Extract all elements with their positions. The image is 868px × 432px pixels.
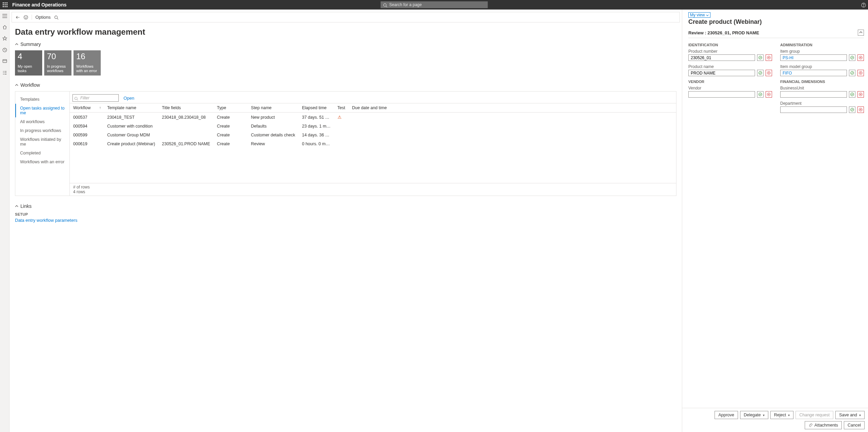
home-icon[interactable]: [2, 24, 7, 30]
reject-field-button[interactable]: [766, 54, 772, 61]
view-dropdown[interactable]: My view: [688, 12, 710, 18]
business-unit-input[interactable]: [780, 91, 847, 98]
business-unit-label: BusinessUnit: [780, 86, 864, 90]
vendor-input[interactable]: [688, 91, 755, 98]
col-workflow[interactable]: Workflow: [70, 103, 104, 113]
approve-field-button[interactable]: [849, 54, 855, 61]
reject-button[interactable]: Reject▾: [770, 411, 793, 419]
chevron-down-icon: ▾: [763, 413, 765, 417]
reject-field-button[interactable]: [857, 54, 864, 61]
col-elapsed[interactable]: Elapsed time: [298, 103, 334, 113]
search-input[interactable]: [380, 1, 488, 8]
reject-field-button[interactable]: [857, 106, 864, 113]
reject-field-button[interactable]: [766, 70, 772, 76]
svg-rect-4: [5, 4, 6, 5]
svg-line-31: [77, 99, 78, 100]
col-template[interactable]: Template name: [104, 103, 159, 113]
field-vendor: Vendor: [688, 86, 772, 98]
search-container: [380, 1, 488, 8]
hamburger-icon[interactable]: [2, 13, 7, 18]
col-title[interactable]: Title fields: [159, 103, 214, 113]
reject-field-button[interactable]: [857, 70, 864, 76]
wfnav-initiated[interactable]: Workflows initiated by me: [15, 135, 69, 149]
main-area: Options Data entry workflow management S…: [10, 10, 682, 432]
approve-field-button[interactable]: [757, 70, 764, 76]
detail-panel: My view Create product (Webinar) Review …: [682, 10, 868, 432]
summary-header[interactable]: Summary: [15, 41, 676, 47]
cell-due: [349, 139, 676, 148]
department-input[interactable]: [780, 106, 847, 113]
wfnav-error[interactable]: Workflows with an error: [15, 157, 69, 166]
card-count: 16: [76, 52, 98, 61]
approve-field-button[interactable]: [849, 70, 855, 76]
cell-step: New product: [248, 113, 299, 122]
wfnav-open-tasks[interactable]: Open tasks assigned to me: [15, 104, 69, 117]
link-item-parameters[interactable]: Data entry workflow parameters: [15, 218, 676, 223]
item-model-group-input[interactable]: [780, 70, 847, 76]
col-type[interactable]: Type: [214, 103, 248, 113]
card-my-open-tasks[interactable]: 4 My open tasks: [15, 50, 42, 76]
star-icon[interactable]: [2, 36, 7, 41]
cell-title: 230526_01.PROD NAME: [159, 139, 214, 148]
save-and-button[interactable]: Save and▾: [835, 411, 865, 419]
smile-icon[interactable]: [23, 15, 28, 20]
view-label: My view: [690, 13, 705, 17]
cancel-button[interactable]: Cancel: [844, 421, 865, 429]
options-link[interactable]: Options: [35, 15, 51, 20]
modules-icon[interactable]: [2, 70, 7, 75]
table-row[interactable]: 000619 Create product (Webinar) 230526_0…: [70, 139, 676, 148]
field-department: Department: [780, 101, 864, 113]
col-due[interactable]: Due date and time: [349, 103, 676, 113]
workflow-grid: Workflow Template name Title fields Type…: [70, 103, 676, 183]
help-icon[interactable]: [861, 2, 866, 7]
wfnav-completed[interactable]: Completed: [15, 149, 69, 157]
left-nav-rail: [0, 10, 10, 432]
cell-step: Review: [248, 139, 299, 148]
back-icon[interactable]: [15, 15, 20, 20]
financial-label: FINANCIAL DIMENSIONS: [780, 80, 864, 84]
workspace-icon[interactable]: [2, 59, 7, 64]
approve-button[interactable]: Approve: [715, 411, 738, 419]
links-header[interactable]: Links: [15, 203, 676, 209]
table-row[interactable]: 000537 230418_TEST 230418_08.230418_08 C…: [70, 113, 676, 122]
approve-field-button[interactable]: [849, 106, 855, 113]
wfnav-in-progress[interactable]: In progress workflows: [15, 126, 69, 135]
field-business-unit: BusinessUnit: [780, 86, 864, 98]
approve-field-button[interactable]: [757, 54, 764, 61]
reject-field-button[interactable]: [766, 91, 772, 98]
open-link[interactable]: Open: [124, 96, 134, 101]
card-in-progress[interactable]: 70 In progress workflows: [44, 50, 71, 76]
wfnav-all[interactable]: All workflows: [15, 117, 69, 126]
product-number-input[interactable]: [688, 54, 755, 61]
change-request-label: Change request: [799, 413, 830, 417]
svg-line-10: [386, 6, 387, 7]
workflow-header[interactable]: Workflow: [15, 82, 676, 88]
col-step[interactable]: Step name: [248, 103, 299, 113]
summary-label: Summary: [20, 41, 41, 47]
recent-icon[interactable]: [2, 47, 7, 52]
review-row: Review : 230526_01, PROD NAME: [688, 30, 864, 38]
svg-point-26: [25, 17, 25, 17]
app-launcher-icon[interactable]: [3, 2, 7, 7]
search-icon: [383, 2, 387, 7]
table-row[interactable]: 000599 Customer Group MDM Create Custome…: [70, 131, 676, 139]
approve-field-button[interactable]: [757, 91, 764, 98]
card-label: Workflows with an error: [76, 64, 98, 74]
card-with-error[interactable]: 16 Workflows with an error: [73, 50, 101, 76]
attachments-button[interactable]: Attachments: [805, 421, 842, 429]
filter-input[interactable]: [72, 94, 119, 102]
vendor-label: Vendor: [688, 86, 772, 90]
action-search-icon[interactable]: [54, 15, 59, 20]
delegate-button[interactable]: Delegate▾: [740, 411, 768, 419]
item-group-input[interactable]: [780, 54, 847, 61]
svg-rect-5: [6, 4, 7, 5]
wfnav-templates[interactable]: Templates: [15, 95, 69, 104]
reject-field-button[interactable]: [857, 91, 864, 98]
product-name-input[interactable]: [688, 70, 755, 76]
collapse-button[interactable]: [858, 30, 864, 36]
item-group-label: Item group: [780, 49, 864, 54]
grid-body: 000537 230418_TEST 230418_08.230418_08 C…: [70, 113, 676, 149]
approve-field-button[interactable]: [849, 91, 855, 98]
col-test[interactable]: Test: [334, 103, 349, 113]
table-row[interactable]: 000594 Customer with condition Create De…: [70, 122, 676, 131]
